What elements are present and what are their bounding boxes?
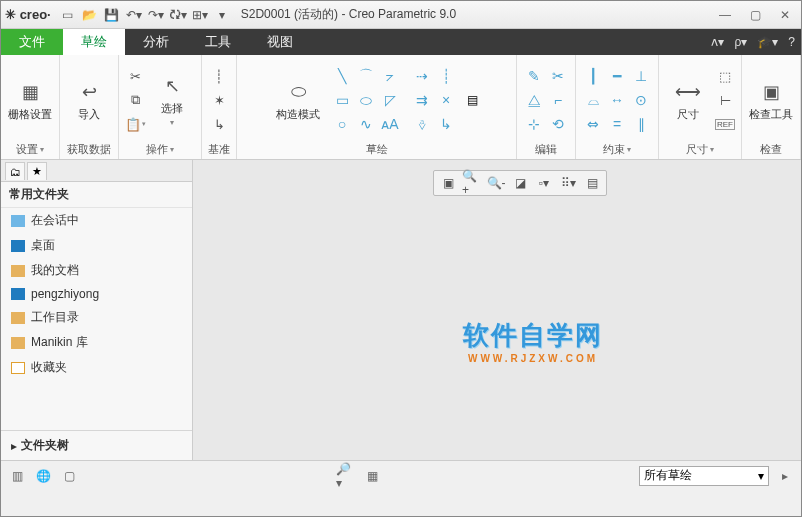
sketcher-display-icon[interactable]: ⠿▾ [558,173,578,193]
sidebar-item-session[interactable]: 在会话中 [1,208,192,233]
text-icon[interactable]: ᴀA [379,113,401,135]
quick-access-toolbar: ▭ 📂 💾 ↶▾ ↷▾ 🗘▾ ⊞▾ ▾ [59,6,231,24]
arc-icon[interactable]: ⌒ [355,65,377,87]
group-label-constrain[interactable]: 约束 [603,141,631,157]
perpendicular-icon[interactable]: ⊥ [630,65,652,87]
symmetric-icon[interactable]: ⇔ [582,113,604,135]
graphics-area[interactable]: ▣ 🔍+ 🔍- ◪ ▫▾ ⠿▾ ▤ 软件自学网 WWW.RJZXW.COM [193,160,801,460]
grid-settings-button[interactable]: ▦ 栅格设置 [7,65,53,135]
chamfer-icon[interactable]: ◸ [379,89,401,111]
open-icon[interactable]: 📂 [81,6,99,24]
save-icon[interactable]: 💾 [103,6,121,24]
baseline-icon[interactable]: ⊢ [715,90,735,110]
ellipse-icon[interactable]: ⬭ [355,89,377,111]
select-prev-icon[interactable]: ▸ [775,466,795,486]
horizontal-icon[interactable]: ━ [606,65,628,87]
selection-filter[interactable]: 所有草绘▾ [639,466,769,486]
copy-icon[interactable]: ⧉ [125,90,145,110]
help-icon[interactable]: ? [788,35,795,49]
parallel-icon[interactable]: ∥ [630,113,652,135]
sidebar-item-workdir[interactable]: 工作目录 [1,305,192,330]
redo-icon[interactable]: ↷▾ [147,6,165,24]
construction-mode-button[interactable]: ⬭ 构造模式 [275,65,321,135]
window-icon[interactable]: ▢ [59,466,79,486]
line-icon[interactable]: ╲ [331,65,353,87]
refit-icon[interactable]: ▣ [438,173,458,193]
sidebar-tab-folders[interactable]: 🗂 [5,162,25,180]
delete-seg-icon[interactable]: ✂ [547,65,569,87]
inspect-button[interactable]: ▣ 检查工具 [748,65,794,135]
tangent-icon[interactable]: ⌓ [582,89,604,111]
sidebar-item-user[interactable]: pengzhiyong [1,283,192,305]
coord-sys-icon[interactable]: ↳ [209,114,229,134]
thicken-icon[interactable]: ⇉ [411,89,433,111]
minimize-button[interactable]: ― [713,5,737,25]
centerline-icon[interactable]: ┊ [209,66,229,86]
folder-icon [11,337,25,349]
group-settings: ▦ 栅格设置 设置 [1,55,60,159]
divide-icon[interactable]: ⊹ [523,113,545,135]
tab-sketch[interactable]: 草绘 [63,29,125,55]
zoom-in-icon[interactable]: 🔍+ [462,173,482,193]
sidebar-item-documents[interactable]: 我的文档 [1,258,192,283]
sidebar-item-manikin[interactable]: Manikin 库 [1,330,192,355]
annotation-display-icon[interactable]: ▤ [582,173,602,193]
cut-icon[interactable]: ✂ [125,66,145,86]
paste-icon[interactable]: 📋 [125,114,145,134]
tab-tools[interactable]: 工具 [187,29,249,55]
vertical-icon[interactable]: ┃ [582,65,604,87]
tab-view[interactable]: 视图 [249,29,311,55]
ribbon-tabs: 文件 草绘 分析 工具 视图 ʌ▾ ρ▾ 🎓▾ ? [1,29,801,55]
sidebar-item-favorites[interactable]: 收藏夹 [1,355,192,380]
tile-icon[interactable]: ▥ [7,466,27,486]
qat-dropdown-icon[interactable]: ▾ [213,6,231,24]
dimension-button[interactable]: ⟷ 尺寸 [665,65,711,135]
midpoint-icon[interactable]: ↔ [606,89,628,111]
sidebar-tab-favorites[interactable]: ★ [27,162,47,180]
fillet-icon[interactable]: ⦢ [379,65,401,87]
new-icon[interactable]: ▭ [59,6,77,24]
collapse-ribbon-icon[interactable]: ʌ▾ [711,35,724,49]
folder-tree-toggle[interactable]: ▸文件夹树 [1,430,192,460]
select-button[interactable]: ↖ 选择 ▾ [149,65,195,135]
import-button[interactable]: ↩ 导入 [66,65,112,135]
group-label-operate[interactable]: 操作 [146,141,174,157]
monitor-icon [11,215,25,227]
point-datum-icon[interactable]: ✶ [209,90,229,110]
coincident-icon[interactable]: ⊙ [630,89,652,111]
project-icon[interactable]: ⎀ [411,113,433,135]
sidebar-item-desktop[interactable]: 桌面 [1,233,192,258]
circle-icon[interactable]: ○ [331,113,353,135]
undo-icon[interactable]: ↶▾ [125,6,143,24]
corner-icon[interactable]: ⌐ [547,89,569,111]
mirror-icon[interactable]: ⧋ [523,89,545,111]
find-icon[interactable]: 🔎▾ [336,466,356,486]
offset-icon[interactable]: ⇢ [411,65,433,87]
close-button[interactable]: ✕ [773,5,797,25]
perimeter-icon[interactable]: ⬚ [715,66,735,86]
tab-analysis[interactable]: 分析 [125,29,187,55]
modify-icon[interactable]: ✎ [523,65,545,87]
equal-icon[interactable]: = [606,113,628,135]
rotate-resize-icon[interactable]: ⟲ [547,113,569,135]
browser-icon[interactable]: 🌐 [33,466,53,486]
palette-icon[interactable]: ▤ [467,93,478,107]
search-help-icon[interactable]: ρ▾ [734,35,747,49]
zoom-out-icon[interactable]: 🔍- [486,173,506,193]
group-label-dimension[interactable]: 尺寸 [686,141,714,157]
point-icon[interactable]: × [435,89,457,111]
rectangle-icon[interactable]: ▭ [331,89,353,111]
learn-icon[interactable]: 🎓▾ [757,35,778,49]
regen-icon[interactable]: 🗘▾ [169,6,187,24]
coord-icon[interactable]: ↳ [435,113,457,135]
reselect-icon[interactable]: ▦ [362,466,382,486]
ref-dim-icon[interactable]: REF [715,114,735,134]
group-label-settings[interactable]: 设置 [16,141,44,157]
tab-file[interactable]: 文件 [1,29,63,55]
windows-icon[interactable]: ⊞▾ [191,6,209,24]
display-style-icon[interactable]: ▫▾ [534,173,554,193]
centerline2-icon[interactable]: ┊ [435,65,457,87]
maximize-button[interactable]: ▢ [743,5,767,25]
spline-icon[interactable]: ∿ [355,113,377,135]
repaint-icon[interactable]: ◪ [510,173,530,193]
